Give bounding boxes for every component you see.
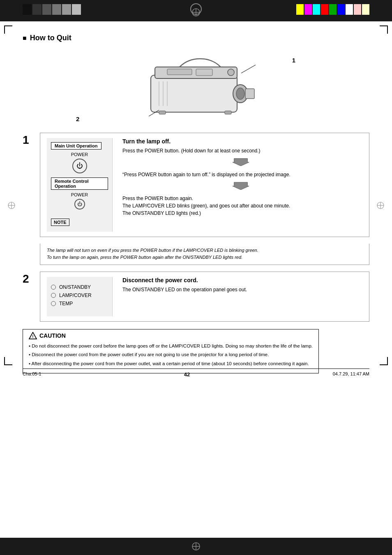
power-button-main[interactable]: ⏻ [72, 159, 87, 173]
diagram-area: 1 2 [23, 51, 369, 124]
svg-rect-9 [151, 75, 237, 112]
step1-heading: Turn the lamp off. [122, 138, 359, 145]
led-circle-2 [51, 293, 56, 298]
arrow-indicator-1 [122, 158, 359, 168]
svg-rect-20 [159, 111, 166, 114]
svg-line-22 [241, 65, 256, 73]
led-label-3: TEMP [59, 301, 73, 306]
step1-body5: The ON/STANDBY LED lights (red.) [122, 210, 359, 217]
step2-heading: Disconnect the power cord. [122, 277, 359, 283]
power-label-remote: POWER [51, 192, 108, 197]
led-circle-1 [51, 285, 56, 290]
led-item-1: ON/STANDBY [51, 284, 108, 290]
side-crosshair-right [376, 201, 385, 210]
color-bars-left [23, 4, 81, 15]
step1-body3: Press the POWER button again. [122, 195, 359, 202]
color-bar [23, 4, 32, 15]
step1-right-panel: Turn the lamp off. Press the POWER butto… [119, 138, 362, 232]
color-bar [62, 4, 71, 15]
svg-point-12 [236, 88, 244, 99]
footer-date: 04.7.29, 11:47 AM [333, 371, 369, 378]
led-item-3: TEMP [51, 301, 108, 306]
power-icon-remote: ⏻ [77, 201, 82, 207]
step2-box: ON/STANDBY LAMP/COVER TEMP Disconnect th… [40, 272, 369, 322]
step2-right-panel: Disconnect the power cord. The ON/STANDB… [119, 277, 362, 316]
step1-note-line1: The lamp will not turn on even if you pr… [47, 248, 258, 253]
center-crosshair [191, 8, 201, 17]
svg-point-17 [228, 69, 234, 76]
caution-box: ! CAUTION • Do not disconnect the power … [23, 329, 319, 373]
footer-crosshair [191, 542, 201, 551]
corner-mark-tl [4, 25, 12, 34]
color-bar-white [346, 4, 353, 15]
diagram-label-1: 1 [292, 57, 295, 64]
color-bar [72, 4, 81, 15]
step2-number: 2 [23, 273, 35, 285]
color-bar-magenta [304, 4, 312, 15]
led-circle-3 [51, 301, 56, 306]
corner-mark-tr [380, 25, 388, 34]
step1-body2: “Press POWER button again to turn off.” … [122, 171, 359, 178]
caution-item1: • Do not disconnect the power cord befor… [29, 343, 313, 350]
color-bar [42, 4, 51, 15]
color-bar-cyan [313, 4, 320, 15]
caution-triangle-icon: ! [29, 332, 37, 339]
caution-item2: • Disconnect the power cord from the pow… [29, 351, 313, 358]
color-bar-yellow [296, 4, 304, 15]
svg-marker-24 [233, 159, 249, 166]
step1-body4: The LAMP/COVER LED blinks (green), and g… [122, 202, 359, 210]
svg-rect-21 [225, 111, 231, 114]
projector-diagram [126, 53, 266, 122]
svg-marker-25 [233, 182, 249, 190]
led-item-2: LAMP/COVER [51, 292, 108, 298]
note-label: NOTE [51, 219, 69, 226]
step2-left-panel: ON/STANDBY LAMP/COVER TEMP [47, 277, 113, 316]
color-bar-lightyellow [362, 4, 369, 15]
svg-text:!: ! [32, 334, 33, 339]
diagram-label-2: 2 [76, 115, 79, 122]
main-unit-label: Main Unit Operation [51, 142, 101, 150]
caution-section: ! CAUTION • Do not disconnect the power … [23, 329, 369, 373]
page-content: How to Quit [0, 21, 392, 390]
section-heading: How to Quit [23, 34, 369, 42]
led-label-1: ON/STANDBY [59, 284, 91, 290]
svg-rect-19 [245, 89, 254, 99]
led-list: ON/STANDBY LAMP/COVER TEMP [51, 281, 108, 312]
color-bar [52, 4, 61, 15]
step1-note-line2: To turn the lamp on again, press the POW… [47, 255, 242, 260]
step1-number: 1 [23, 134, 35, 146]
step1-left-panel: Main Unit Operation POWER ⏻ Remote Contr… [47, 138, 113, 232]
step1-note-text: The lamp will not turn on even if you pr… [40, 244, 369, 265]
page-number: 42 [184, 371, 190, 378]
caution-items: • Do not disconnect the power cord befor… [29, 343, 313, 367]
color-bars-right [296, 4, 369, 15]
corner-mark-bl [4, 357, 12, 365]
led-label-2: LAMP/COVER [59, 292, 92, 298]
svg-rect-18 [196, 69, 212, 76]
print-footer [0, 538, 392, 555]
footer-chapter: Cha.05-1 [23, 371, 41, 378]
caution-label: CAUTION [39, 332, 66, 339]
power-label-main: POWER [51, 152, 108, 157]
step2-container: 2 ON/STANDBY LAMP/COVER TEMP [23, 272, 369, 322]
step1-body1: Press the POWER button. (Hold down for a… [122, 147, 359, 154]
svg-rect-13 [167, 69, 192, 75]
power-button-remote[interactable]: ⏻ [74, 199, 85, 210]
color-bar-blue [337, 4, 345, 15]
color-bar-red [321, 4, 328, 15]
caution-header: ! CAUTION [29, 332, 313, 339]
step1-box: Main Unit Operation POWER ⏻ Remote Contr… [40, 133, 369, 237]
step1-container: 1 Main Unit Operation POWER ⏻ Remote Con… [23, 133, 369, 237]
side-crosshair-left [7, 201, 16, 210]
arrow-indicator-2 [122, 182, 359, 191]
step2-body: The ON/STANDBY LED on the operation pane… [122, 286, 359, 293]
corner-mark-br [380, 357, 388, 365]
color-bar-pink [354, 4, 361, 15]
caution-item3: • After disconnecting the power cord fro… [29, 360, 313, 367]
print-header [0, 0, 392, 21]
power-icon-main: ⏻ [76, 162, 83, 170]
remote-control-label: Remote Control Operation [51, 177, 108, 190]
color-bar [32, 4, 42, 15]
color-bar-green [329, 4, 337, 15]
page-footer: Cha.05-1 42 04.7.29, 11:47 AM [23, 368, 369, 378]
